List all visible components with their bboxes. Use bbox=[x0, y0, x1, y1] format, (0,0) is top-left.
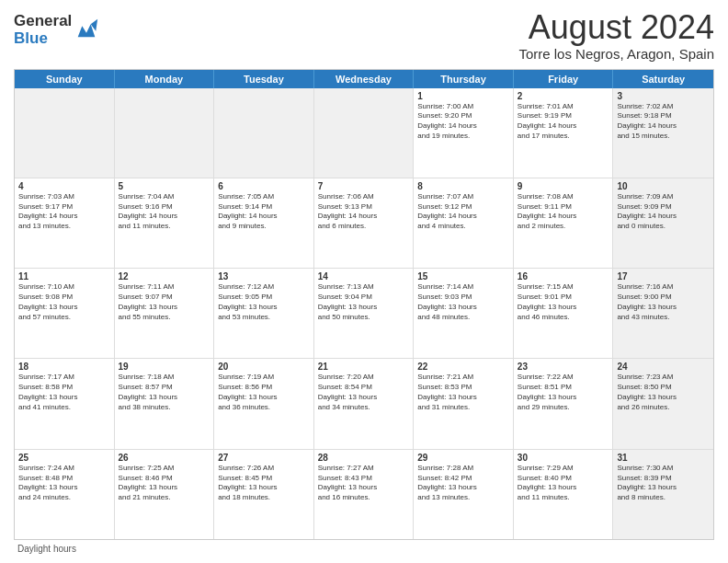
day-number: 27 bbox=[218, 453, 310, 463]
calendar-row-3: 18Sunrise: 7:17 AM Sunset: 8:58 PM Dayli… bbox=[15, 359, 713, 449]
calendar: SundayMondayTuesdayWednesdayThursdayFrid… bbox=[14, 69, 714, 540]
day-cell-9: 9Sunrise: 7:08 AM Sunset: 9:11 PM Daylig… bbox=[514, 178, 614, 268]
day-number: 15 bbox=[417, 271, 509, 282]
day-info: Sunrise: 7:24 AM Sunset: 8:48 PM Dayligh… bbox=[18, 464, 110, 503]
day-number: 24 bbox=[617, 362, 710, 372]
day-number: 6 bbox=[218, 181, 310, 191]
day-number: 23 bbox=[518, 362, 609, 372]
day-cell-2: 2Sunrise: 7:01 AM Sunset: 9:19 PM Daylig… bbox=[514, 88, 614, 178]
day-number: 22 bbox=[417, 362, 509, 372]
day-cell-4: 4Sunrise: 7:03 AM Sunset: 9:17 PM Daylig… bbox=[15, 178, 115, 268]
day-info: Sunrise: 7:30 AM Sunset: 8:39 PM Dayligh… bbox=[617, 464, 710, 503]
day-number: 26 bbox=[119, 453, 210, 463]
day-header-thursday: Thursday bbox=[414, 70, 514, 88]
day-info: Sunrise: 7:06 AM Sunset: 9:13 PM Dayligh… bbox=[318, 192, 410, 232]
day-cell-5: 5Sunrise: 7:04 AM Sunset: 9:16 PM Daylig… bbox=[115, 178, 215, 268]
day-number: 8 bbox=[417, 181, 509, 191]
day-cell-13: 13Sunrise: 7:12 AM Sunset: 9:05 PM Dayli… bbox=[214, 269, 314, 358]
day-number: 19 bbox=[119, 362, 210, 372]
day-cell-24: 24Sunrise: 7:23 AM Sunset: 8:50 PM Dayli… bbox=[613, 359, 713, 448]
day-cell-26: 26Sunrise: 7:25 AM Sunset: 8:46 PM Dayli… bbox=[115, 450, 215, 539]
day-cell-8: 8Sunrise: 7:07 AM Sunset: 9:12 PM Daylig… bbox=[414, 178, 514, 268]
day-cell-7: 7Sunrise: 7:06 AM Sunset: 9:13 PM Daylig… bbox=[314, 178, 415, 268]
day-number: 20 bbox=[218, 362, 310, 372]
day-number: 12 bbox=[119, 271, 210, 282]
day-info: Sunrise: 7:27 AM Sunset: 8:43 PM Dayligh… bbox=[318, 464, 410, 503]
day-info: Sunrise: 7:08 AM Sunset: 9:11 PM Dayligh… bbox=[518, 192, 609, 232]
day-info: Sunrise: 7:22 AM Sunset: 8:51 PM Dayligh… bbox=[518, 373, 609, 412]
day-cell-11: 11Sunrise: 7:10 AM Sunset: 9:08 PM Dayli… bbox=[15, 269, 115, 358]
logo-general: General bbox=[14, 13, 72, 30]
day-info: Sunrise: 7:11 AM Sunset: 9:07 PM Dayligh… bbox=[119, 282, 210, 322]
day-header-tuesday: Tuesday bbox=[214, 70, 314, 88]
calendar-row-1: 4Sunrise: 7:03 AM Sunset: 9:17 PM Daylig… bbox=[15, 178, 713, 269]
day-info: Sunrise: 7:19 AM Sunset: 8:56 PM Dayligh… bbox=[218, 373, 310, 412]
day-cell-15: 15Sunrise: 7:14 AM Sunset: 9:03 PM Dayli… bbox=[414, 269, 514, 358]
day-number: 3 bbox=[617, 91, 710, 101]
day-cell-17: 17Sunrise: 7:16 AM Sunset: 9:00 PM Dayli… bbox=[613, 269, 713, 358]
calendar-row-0: 1Sunrise: 7:00 AM Sunset: 9:20 PM Daylig… bbox=[15, 88, 713, 178]
day-info: Sunrise: 7:23 AM Sunset: 8:50 PM Dayligh… bbox=[617, 373, 710, 412]
day-number: 13 bbox=[218, 271, 310, 282]
calendar-body: 1Sunrise: 7:00 AM Sunset: 9:20 PM Daylig… bbox=[15, 88, 713, 539]
day-info: Sunrise: 7:01 AM Sunset: 9:19 PM Dayligh… bbox=[518, 102, 609, 142]
day-header-wednesday: Wednesday bbox=[314, 70, 415, 88]
calendar-row-2: 11Sunrise: 7:10 AM Sunset: 9:08 PM Dayli… bbox=[15, 269, 713, 359]
empty-cell bbox=[115, 88, 215, 178]
day-cell-25: 25Sunrise: 7:24 AM Sunset: 8:48 PM Dayli… bbox=[15, 450, 115, 539]
day-number: 29 bbox=[417, 453, 509, 463]
logo-text: General Blue bbox=[14, 13, 72, 47]
day-cell-21: 21Sunrise: 7:20 AM Sunset: 8:54 PM Dayli… bbox=[314, 359, 415, 448]
logo: General Blue bbox=[14, 13, 99, 47]
day-number: 7 bbox=[318, 181, 410, 191]
day-header-friday: Friday bbox=[514, 70, 614, 88]
empty-cell bbox=[15, 88, 115, 178]
day-info: Sunrise: 7:28 AM Sunset: 8:42 PM Dayligh… bbox=[417, 464, 509, 503]
title-block: August 2024 Torre los Negros, Aragon, Sp… bbox=[518, 9, 714, 62]
day-cell-1: 1Sunrise: 7:00 AM Sunset: 9:20 PM Daylig… bbox=[414, 88, 514, 178]
day-info: Sunrise: 7:29 AM Sunset: 8:40 PM Dayligh… bbox=[518, 464, 609, 503]
day-number: 14 bbox=[318, 271, 410, 282]
day-number: 30 bbox=[518, 453, 609, 463]
day-cell-16: 16Sunrise: 7:15 AM Sunset: 9:01 PM Dayli… bbox=[514, 269, 614, 358]
day-number: 1 bbox=[417, 91, 509, 101]
day-info: Sunrise: 7:26 AM Sunset: 8:45 PM Dayligh… bbox=[218, 464, 310, 503]
day-cell-10: 10Sunrise: 7:09 AM Sunset: 9:09 PM Dayli… bbox=[613, 178, 713, 268]
day-header-sunday: Sunday bbox=[15, 70, 115, 88]
calendar-header: SundayMondayTuesdayWednesdayThursdayFrid… bbox=[15, 70, 713, 88]
day-header-saturday: Saturday bbox=[613, 70, 713, 88]
day-number: 11 bbox=[18, 271, 110, 282]
day-info: Sunrise: 7:02 AM Sunset: 9:18 PM Dayligh… bbox=[617, 102, 710, 142]
day-cell-31: 31Sunrise: 7:30 AM Sunset: 8:39 PM Dayli… bbox=[613, 450, 713, 539]
day-cell-18: 18Sunrise: 7:17 AM Sunset: 8:58 PM Dayli… bbox=[15, 359, 115, 448]
day-info: Sunrise: 7:05 AM Sunset: 9:14 PM Dayligh… bbox=[218, 192, 310, 232]
day-number: 18 bbox=[18, 362, 110, 372]
day-number: 10 bbox=[617, 181, 710, 191]
day-cell-20: 20Sunrise: 7:19 AM Sunset: 8:56 PM Dayli… bbox=[214, 359, 314, 448]
day-info: Sunrise: 7:12 AM Sunset: 9:05 PM Dayligh… bbox=[218, 282, 310, 322]
page: General Blue August 2024 Torre los Negro… bbox=[0, 0, 728, 563]
day-info: Sunrise: 7:25 AM Sunset: 8:46 PM Dayligh… bbox=[119, 464, 210, 503]
day-info: Sunrise: 7:18 AM Sunset: 8:57 PM Dayligh… bbox=[119, 373, 210, 412]
day-info: Sunrise: 7:16 AM Sunset: 9:00 PM Dayligh… bbox=[617, 282, 710, 322]
day-info: Sunrise: 7:00 AM Sunset: 9:20 PM Dayligh… bbox=[417, 102, 509, 142]
day-info: Sunrise: 7:04 AM Sunset: 9:16 PM Dayligh… bbox=[119, 192, 210, 232]
day-cell-6: 6Sunrise: 7:05 AM Sunset: 9:14 PM Daylig… bbox=[214, 178, 314, 268]
day-cell-3: 3Sunrise: 7:02 AM Sunset: 9:18 PM Daylig… bbox=[613, 88, 713, 178]
logo-icon bbox=[74, 16, 99, 41]
day-info: Sunrise: 7:03 AM Sunset: 9:17 PM Dayligh… bbox=[18, 192, 110, 232]
empty-cell bbox=[214, 88, 314, 178]
day-header-monday: Monday bbox=[115, 70, 215, 88]
day-info: Sunrise: 7:14 AM Sunset: 9:03 PM Dayligh… bbox=[417, 282, 509, 322]
day-info: Sunrise: 7:07 AM Sunset: 9:12 PM Dayligh… bbox=[417, 192, 509, 232]
day-info: Sunrise: 7:15 AM Sunset: 9:01 PM Dayligh… bbox=[518, 282, 609, 322]
day-cell-30: 30Sunrise: 7:29 AM Sunset: 8:40 PM Dayli… bbox=[514, 450, 614, 539]
day-cell-22: 22Sunrise: 7:21 AM Sunset: 8:53 PM Dayli… bbox=[414, 359, 514, 448]
day-info: Sunrise: 7:17 AM Sunset: 8:58 PM Dayligh… bbox=[18, 373, 110, 412]
day-number: 25 bbox=[18, 453, 110, 463]
subtitle: Torre los Negros, Aragon, Spain bbox=[518, 46, 714, 62]
day-cell-19: 19Sunrise: 7:18 AM Sunset: 8:57 PM Dayli… bbox=[115, 359, 215, 448]
day-number: 5 bbox=[119, 181, 210, 191]
header: General Blue August 2024 Torre los Negro… bbox=[14, 9, 714, 62]
calendar-row-4: 25Sunrise: 7:24 AM Sunset: 8:48 PM Dayli… bbox=[15, 450, 713, 539]
